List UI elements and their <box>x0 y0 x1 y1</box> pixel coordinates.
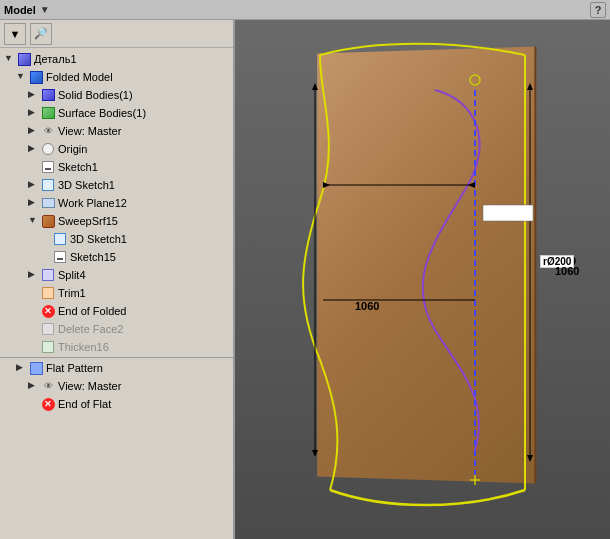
expand-icon-sketch1 <box>28 161 40 173</box>
item-label-detail1: Деталь1 <box>34 53 77 65</box>
item-label-end-of-folded: End of Folded <box>58 305 127 317</box>
tree-item-3dsketch1-sub[interactable]: 3D Sketch1 <box>0 230 233 248</box>
expand-icon-folded-model[interactable]: ▼ <box>16 71 28 83</box>
viewport[interactable]: rØ200 rØ200 1060 1060 <box>235 20 610 539</box>
item-icon-flat-pattern <box>28 360 44 376</box>
item-icon-trim1 <box>40 285 56 301</box>
item-label-flat-pattern: Flat Pattern <box>46 362 103 374</box>
surface-panel <box>317 47 536 484</box>
item-icon-end-of-flat: ✕ <box>40 396 56 412</box>
tree-item-view-master2[interactable]: ▶👁View: Master <box>0 377 233 395</box>
tree-item-surface-bodies[interactable]: ▶Surface Bodies(1) <box>0 104 233 122</box>
search-button[interactable]: 🔎 <box>30 23 52 45</box>
item-label-sweepsrf15: SweepSrf15 <box>58 215 118 227</box>
item-label-split4: Split4 <box>58 269 86 281</box>
expand-icon-detail1[interactable]: ▼ <box>4 53 16 65</box>
expand-icon-sketch15 <box>40 251 52 263</box>
tree-item-thicken16[interactable]: Thicken16 <box>0 338 233 356</box>
item-label-end-of-flat: End of Flat <box>58 398 111 410</box>
title-dropdown-icon[interactable]: ▼ <box>40 4 50 15</box>
filter-icon: ▼ <box>10 28 21 40</box>
item-icon-solid-bodies <box>40 87 56 103</box>
item-label-workplane12: Work Plane12 <box>58 197 127 209</box>
expand-icon-sweepsrf15[interactable]: ▼ <box>28 215 40 227</box>
item-label-origin: Origin <box>58 143 87 155</box>
item-label-folded-model: Folded Model <box>46 71 113 83</box>
model-tree-panel: ▼ 🔎 ? ▼Деталь1▼Folded Model▶Solid Bodies… <box>0 20 235 539</box>
item-label-view-master1: View: Master <box>58 125 121 137</box>
item-icon-view-master2: 👁 <box>40 378 56 394</box>
tree-item-3dsketch1[interactable]: ▶3D Sketch1 <box>0 176 233 194</box>
item-icon-origin <box>40 141 56 157</box>
item-label-3dsketch1: 3D Sketch1 <box>58 179 115 191</box>
item-label-sketch1: Sketch1 <box>58 161 98 173</box>
tree-item-trim1[interactable]: Trim1 <box>0 284 233 302</box>
expand-icon-delete-face2 <box>28 323 40 335</box>
item-label-3dsketch1-sub: 3D Sketch1 <box>70 233 127 245</box>
expand-icon-view-master2[interactable]: ▶ <box>28 380 40 392</box>
tree-item-sketch1[interactable]: Sketch1 <box>0 158 233 176</box>
item-icon-folded-model <box>28 69 44 85</box>
item-label-trim1: Trim1 <box>58 287 86 299</box>
expand-icon-solid-bodies[interactable]: ▶ <box>28 89 40 101</box>
title-bar: Model ▼ ✕ <box>0 0 610 20</box>
item-icon-detail1 <box>16 51 32 67</box>
search-icon: 🔎 <box>34 27 48 40</box>
tree-item-detail1[interactable]: ▼Деталь1 <box>0 50 233 68</box>
expand-icon-end-of-flat <box>28 398 40 410</box>
item-label-surface-bodies: Surface Bodies(1) <box>58 107 146 119</box>
item-label-view-master2: View: Master <box>58 380 121 392</box>
item-icon-view-master1: 👁 <box>40 123 56 139</box>
main-layout: ▼ 🔎 ? ▼Деталь1▼Folded Model▶Solid Bodies… <box>0 20 610 539</box>
expand-icon-end-of-folded <box>28 305 40 317</box>
expand-icon-surface-bodies[interactable]: ▶ <box>28 107 40 119</box>
tree-item-end-of-flat[interactable]: ✕End of Flat <box>0 395 233 413</box>
item-icon-3dsketch1-sub <box>52 231 68 247</box>
tree-separator <box>0 357 233 358</box>
tree-item-end-of-folded[interactable]: ✕End of Folded <box>0 302 233 320</box>
item-label-sketch15: Sketch15 <box>70 251 116 263</box>
dimension-1060-right: 1060 <box>555 265 579 277</box>
title-bar-left: Model ▼ <box>4 4 50 16</box>
expand-icon-split4[interactable]: ▶ <box>28 269 40 281</box>
tree-item-folded-model[interactable]: ▼Folded Model <box>0 68 233 86</box>
expand-icon-thicken16 <box>28 341 40 353</box>
item-label-delete-face2: Delete Face2 <box>58 323 123 335</box>
item-icon-thicken16 <box>40 339 56 355</box>
expand-icon-view-master1[interactable]: ▶ <box>28 125 40 137</box>
item-icon-sketch15 <box>52 249 68 265</box>
tree-item-workplane12[interactable]: ▶Work Plane12 <box>0 194 233 212</box>
tree-item-split4[interactable]: ▶Split4 <box>0 266 233 284</box>
tree-item-solid-bodies[interactable]: ▶Solid Bodies(1) <box>0 86 233 104</box>
expand-icon-flat-pattern[interactable]: ▶ <box>16 362 28 374</box>
tree-item-sweepsrf15[interactable]: ▼SweepSrf15 <box>0 212 233 230</box>
item-icon-workplane12 <box>40 195 56 211</box>
expand-icon-3dsketch1[interactable]: ▶ <box>28 179 40 191</box>
tree-item-origin[interactable]: ▶Origin <box>0 140 233 158</box>
item-icon-split4 <box>40 267 56 283</box>
item-icon-sweepsrf15 <box>40 213 56 229</box>
item-icon-end-of-folded: ✕ <box>40 303 56 319</box>
item-icon-delete-face2 <box>40 321 56 337</box>
expand-icon-workplane12[interactable]: ▶ <box>28 197 40 209</box>
tree-item-delete-face2[interactable]: Delete Face2 <box>0 320 233 338</box>
expand-icon-3dsketch1-sub <box>40 233 52 245</box>
item-icon-3dsketch1 <box>40 177 56 193</box>
item-label-thicken16: Thicken16 <box>58 341 109 353</box>
dimension-1060-left: 1060 <box>355 300 379 312</box>
tree-item-sketch15[interactable]: Sketch15 <box>0 248 233 266</box>
item-icon-surface-bodies <box>40 105 56 121</box>
tree-item-flat-pattern[interactable]: ▶Flat Pattern <box>0 359 233 377</box>
expand-icon-origin[interactable]: ▶ <box>28 143 40 155</box>
expand-icon-trim1 <box>28 287 40 299</box>
filter-button[interactable]: ▼ <box>4 23 26 45</box>
tree-toolbar: ▼ 🔎 ? <box>0 20 233 48</box>
item-label-solid-bodies: Solid Bodies(1) <box>58 89 133 101</box>
tree-container[interactable]: ▼Деталь1▼Folded Model▶Solid Bodies(1)▶Su… <box>0 48 233 539</box>
title-text: Model <box>4 4 36 16</box>
item-icon-sketch1 <box>40 159 56 175</box>
tree-item-view-master1[interactable]: ▶👁View: Master <box>0 122 233 140</box>
